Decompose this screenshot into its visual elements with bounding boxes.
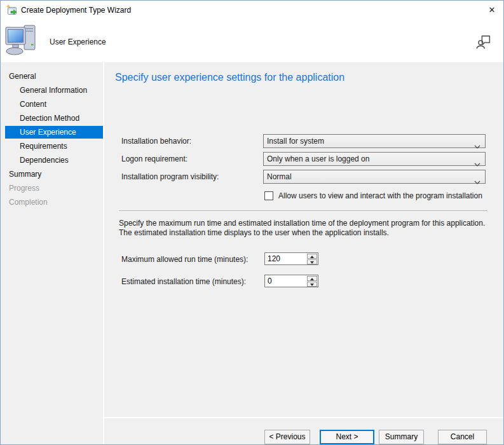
summary-button[interactable]: Summary [379, 430, 424, 444]
chevron-down-icon [474, 158, 480, 170]
program-visibility-label: Installation program visibility: [121, 170, 219, 184]
wizard-content: Specify user experience settings for the… [104, 62, 503, 444]
logon-requirement-value: Only when a user is logged on [267, 154, 369, 163]
program-visibility-value: Normal [267, 172, 292, 181]
estimated-install-time-input[interactable] [265, 275, 304, 287]
nav-item-detection-method[interactable]: Detection Method [1, 111, 103, 125]
section-separator [119, 210, 487, 212]
nav-item-content[interactable]: Content [1, 97, 103, 111]
estimated-install-time-stepper [307, 276, 317, 286]
nav-item-dependencies[interactable]: Dependencies [1, 153, 103, 167]
estimated-install-time-label: Estimated installation time (minutes): [121, 275, 246, 288]
feedback-icon[interactable] [476, 34, 492, 50]
logon-requirement-label: Logon requirement: [121, 152, 187, 166]
nav-item-requirements[interactable]: Requirements [1, 139, 103, 153]
chevron-down-icon [474, 175, 480, 188]
allow-user-interact-checkbox[interactable] [264, 191, 273, 200]
spinner-down-icon[interactable] [307, 282, 317, 287]
next-button[interactable]: Next > [320, 430, 374, 444]
chevron-down-icon [474, 140, 480, 153]
window-title: Create Deployment Type Wizard [21, 1, 131, 20]
spinner-up-icon[interactable] [307, 276, 317, 281]
wizard-header: User Experience [1, 20, 503, 62]
spinner-down-icon[interactable] [307, 259, 317, 264]
close-icon[interactable]: ✕ [480, 1, 503, 20]
installation-behavior-value: Install for system [267, 137, 324, 146]
wizard-app-icon [6, 4, 18, 16]
runtime-note: Specify the maximum run time and estimat… [119, 219, 491, 238]
nav-item-general-information[interactable]: General Information [1, 83, 103, 97]
nav-item-general[interactable]: General [1, 69, 103, 83]
nav-item-completion: Completion [1, 195, 103, 209]
program-visibility-select[interactable]: Normal [263, 170, 486, 184]
wizard-page-title: User Experience [50, 38, 106, 46]
create-deployment-type-wizard-window: Create Deployment Type Wizard ✕ U [0, 0, 504, 445]
logon-requirement-select[interactable]: Only when a user is logged on [263, 152, 486, 166]
nav-item-progress: Progress [1, 181, 103, 195]
previous-button[interactable]: < Previous [264, 430, 310, 444]
max-run-time-stepper [307, 254, 317, 264]
max-run-time-field [264, 252, 318, 265]
page-heading: Specify user experience settings for the… [115, 72, 344, 83]
installation-behavior-select[interactable]: Install for system [263, 134, 486, 148]
max-run-time-input[interactable] [265, 253, 304, 264]
nav-item-summary[interactable]: Summary [1, 167, 103, 181]
computer-icon [4, 24, 39, 57]
estimated-install-time-field [264, 275, 318, 287]
allow-user-interact-label: Allow users to view and interact with th… [278, 191, 482, 200]
installation-behavior-label: Installation behavior: [121, 134, 191, 148]
spinner-up-icon[interactable] [307, 254, 317, 259]
title-bar: Create Deployment Type Wizard ✕ [1, 1, 503, 20]
max-run-time-label: Maximum allowed run time (minutes): [121, 253, 248, 266]
cancel-button[interactable]: Cancel [438, 430, 487, 444]
nav-item-user-experience[interactable]: User Experience [5, 126, 103, 139]
wizard-nav: General General Information Content Dete… [1, 62, 103, 444]
